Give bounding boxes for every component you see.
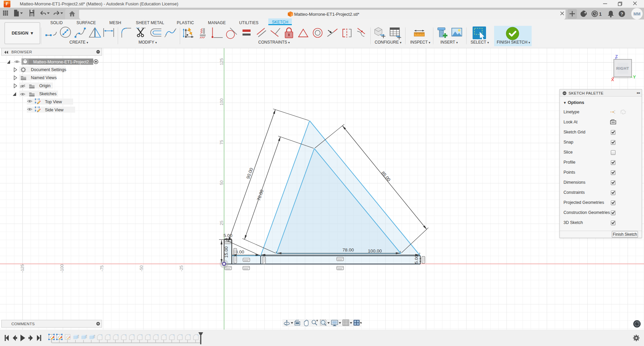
svg-text:?: ? [621,11,623,16]
svg-text:125: 125 [219,58,224,65]
svg-text:-50: -50 [139,265,144,271]
svg-text:-125: -125 [20,264,25,273]
svg-text:MM: MM [634,12,641,16]
svg-text:75: 75 [219,140,224,145]
svg-text:100: 100 [219,99,224,106]
svg-text:50: 50 [219,180,224,185]
svg-text:Z: Z [615,54,618,59]
svg-text:15.00: 15.00 [224,246,229,258]
svg-text:1: 1 [599,11,602,17]
svg-text:Y: Y [633,74,636,79]
svg-text:78.00: 78.00 [342,247,354,252]
svg-text:-100: -100 [60,264,64,273]
svg-text:RIGHT: RIGHT [616,66,629,70]
svg-text:100.00: 100.00 [368,248,382,253]
svg-text:70.00: 70.00 [256,189,264,201]
svg-text:-75: -75 [100,265,104,271]
svg-text:5.00: 5.00 [414,255,419,264]
svg-text:F: F [6,1,8,6]
svg-text:-25: -25 [179,265,184,271]
svg-text:25: 25 [219,221,224,225]
svg-text:85.00: 85.00 [380,170,391,182]
